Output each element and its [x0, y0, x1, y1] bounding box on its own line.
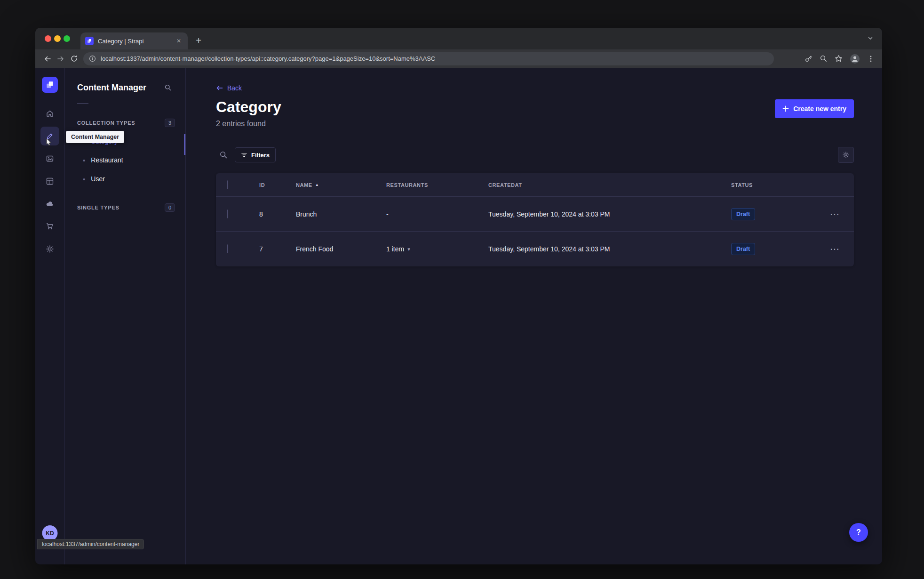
page-title: Category [216, 98, 281, 116]
minimize-window-button[interactable] [54, 35, 61, 42]
back-nav-icon[interactable] [41, 52, 54, 65]
status-badge: Draft [731, 208, 755, 220]
single-types-label: SINGLE TYPES [77, 205, 119, 210]
table-header-row: ID NAME ▲ RESTAURANTS CREATEDAT STATUS [216, 173, 854, 197]
bullet-icon: • [83, 157, 85, 164]
tab-search-chevron-icon[interactable] [867, 35, 874, 41]
cell-createdat: Tuesday, September 10, 2024 at 3:03 PM [488, 245, 731, 253]
main-content: Back Category 2 entries found Create new… [186, 68, 882, 564]
column-header-name-sort[interactable]: NAME ▲ [296, 182, 319, 188]
row-actions-menu-icon[interactable]: ⋯ [827, 244, 843, 254]
select-all-checkbox[interactable] [227, 180, 228, 189]
passwords-key-icon[interactable] [805, 55, 812, 63]
status-badge: Draft [731, 243, 755, 255]
sidebar-item-user[interactable]: • User [65, 169, 185, 188]
browser-window: Category | Strapi ✕ + localhost:1337/adm… [35, 28, 882, 564]
browser-menu-icon[interactable] [867, 55, 875, 63]
settings-gear-icon[interactable] [40, 240, 59, 258]
cell-restaurants: - [386, 210, 488, 218]
strapi-app: KD Content Manager COLLECTION TYPES 3 • … [35, 68, 882, 564]
subnav-search-icon[interactable] [161, 80, 175, 95]
sidebar-item-restaurant[interactable]: • Restaurant [65, 151, 185, 169]
cell-name: Brunch [296, 210, 386, 218]
cell-name: French Food [296, 245, 386, 253]
chevron-down-icon: ▾ [407, 246, 410, 252]
table-row[interactable]: 7 French Food 1 item ▾ Tuesday, Septembe… [216, 232, 854, 266]
content-type-builder-icon[interactable] [40, 172, 59, 191]
browser-actions [805, 54, 876, 64]
cell-createdat: Tuesday, September 10, 2024 at 3:03 PM [488, 210, 731, 218]
column-header-id: ID [259, 182, 296, 188]
cell-id: 7 [259, 245, 296, 253]
filters-button[interactable]: Filters [235, 147, 276, 162]
tab-strip: Category | Strapi ✕ + [35, 28, 882, 49]
single-types-count-badge: 0 [165, 203, 175, 212]
strapi-logo[interactable] [42, 77, 58, 93]
table-row[interactable]: 8 Brunch - Tuesday, September 10, 2024 a… [216, 197, 854, 232]
media-library-icon[interactable] [40, 149, 59, 168]
entries-count: 2 entries found [216, 120, 281, 128]
url-omnibox[interactable]: localhost:1337/admin/content-manager/col… [83, 52, 774, 65]
tab-title: Category | Strapi [98, 38, 170, 45]
new-tab-button[interactable]: + [191, 33, 206, 48]
reload-icon[interactable] [67, 52, 80, 65]
column-header-createdat: CREATEDAT [488, 182, 731, 188]
zoom-magnifier-icon[interactable] [820, 55, 828, 63]
bookmark-star-icon[interactable] [835, 55, 843, 63]
address-toolbar: localhost:1337/admin/content-manager/col… [35, 49, 882, 68]
url-text: localhost:1337/admin/content-manager/col… [101, 55, 435, 62]
fullscreen-window-button[interactable] [64, 35, 70, 42]
filters-label: Filters [251, 152, 270, 159]
home-icon[interactable] [40, 104, 59, 123]
column-header-name-label: NAME [296, 182, 312, 188]
strapi-favicon [85, 37, 94, 45]
subnav-divider [77, 103, 88, 104]
tab-close-icon[interactable]: ✕ [175, 37, 183, 45]
active-item-indicator [184, 134, 185, 155]
sort-asc-icon: ▲ [315, 183, 319, 187]
forward-nav-icon[interactable] [54, 52, 67, 65]
restaurants-count-label: 1 item [386, 245, 404, 253]
close-window-button[interactable] [45, 35, 51, 42]
sidebar-item-label: User [91, 175, 105, 183]
column-header-restaurants: RESTAURANTS [386, 182, 488, 188]
content-manager-tooltip: Content Manager [66, 131, 124, 143]
create-new-entry-label: Create new entry [793, 105, 846, 113]
search-icon[interactable] [216, 147, 231, 162]
view-settings-gear-icon[interactable] [838, 147, 854, 163]
column-header-status: STATUS [731, 182, 827, 188]
create-new-entry-button[interactable]: Create new entry [775, 99, 854, 118]
rail-icons [40, 104, 59, 258]
entries-table: ID NAME ▲ RESTAURANTS CREATEDAT STATUS 8… [216, 173, 854, 266]
cell-id: 8 [259, 210, 296, 218]
cloud-icon[interactable] [40, 194, 59, 213]
row-actions-menu-icon[interactable]: ⋯ [827, 209, 843, 219]
mouse-cursor [45, 138, 53, 147]
row-checkbox[interactable] [227, 209, 228, 218]
cell-restaurants-expand[interactable]: 1 item ▾ [386, 245, 410, 253]
row-checkbox[interactable] [227, 244, 228, 253]
browser-tab[interactable]: Category | Strapi ✕ [80, 32, 188, 49]
collection-types-label: COLLECTION TYPES [77, 120, 135, 126]
collection-types-count-badge: 3 [165, 119, 175, 127]
page-info-icon[interactable] [89, 55, 96, 62]
marketplace-cart-icon[interactable] [40, 217, 59, 236]
link-preview-statusbar: localhost:1337/admin/content-manager [37, 539, 144, 549]
subnav-title: Content Manager [77, 83, 146, 93]
window-controls [45, 35, 70, 42]
bullet-icon: • [83, 176, 85, 183]
filter-funnel-icon [241, 152, 247, 158]
sidebar-item-label: Restaurant [91, 156, 123, 164]
profile-avatar-icon[interactable] [850, 54, 860, 64]
help-button[interactable]: ? [849, 523, 868, 542]
back-label: Back [227, 84, 242, 92]
back-link[interactable]: Back [216, 84, 242, 92]
